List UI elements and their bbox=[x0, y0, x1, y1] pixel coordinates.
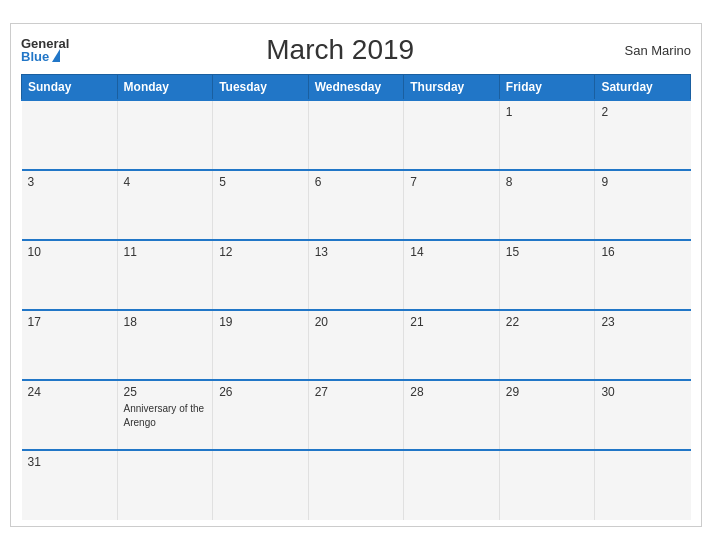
day-cell-2: 2 bbox=[595, 100, 691, 170]
weekday-header-friday: Friday bbox=[499, 75, 595, 101]
empty-cell bbox=[499, 450, 595, 520]
day-number: 21 bbox=[410, 315, 493, 329]
week-row-4: 17181920212223 bbox=[22, 310, 691, 380]
week-row-5: 2425Anniversary of the Arengo2627282930 bbox=[22, 380, 691, 450]
day-number: 30 bbox=[601, 385, 684, 399]
day-number: 2 bbox=[601, 105, 684, 119]
day-number: 15 bbox=[506, 245, 589, 259]
day-number: 9 bbox=[601, 175, 684, 189]
day-cell-7: 7 bbox=[404, 170, 500, 240]
day-number: 6 bbox=[315, 175, 398, 189]
day-cell-19: 19 bbox=[213, 310, 309, 380]
day-number: 28 bbox=[410, 385, 493, 399]
day-cell-10: 10 bbox=[22, 240, 118, 310]
empty-cell bbox=[213, 450, 309, 520]
day-cell-4: 4 bbox=[117, 170, 213, 240]
logo-triangle-icon bbox=[52, 49, 60, 62]
day-cell-29: 29 bbox=[499, 380, 595, 450]
day-cell-6: 6 bbox=[308, 170, 404, 240]
empty-cell bbox=[404, 450, 500, 520]
empty-cell bbox=[308, 100, 404, 170]
day-cell-14: 14 bbox=[404, 240, 500, 310]
day-cell-21: 21 bbox=[404, 310, 500, 380]
week-row-3: 10111213141516 bbox=[22, 240, 691, 310]
empty-cell bbox=[117, 100, 213, 170]
day-cell-3: 3 bbox=[22, 170, 118, 240]
day-number: 7 bbox=[410, 175, 493, 189]
calendar-table: SundayMondayTuesdayWednesdayThursdayFrid… bbox=[21, 74, 691, 520]
weekday-header-saturday: Saturday bbox=[595, 75, 691, 101]
week-row-2: 3456789 bbox=[22, 170, 691, 240]
day-number: 12 bbox=[219, 245, 302, 259]
day-cell-15: 15 bbox=[499, 240, 595, 310]
day-cell-26: 26 bbox=[213, 380, 309, 450]
day-number: 10 bbox=[28, 245, 111, 259]
day-number: 24 bbox=[28, 385, 111, 399]
empty-cell bbox=[308, 450, 404, 520]
day-cell-12: 12 bbox=[213, 240, 309, 310]
weekday-header-thursday: Thursday bbox=[404, 75, 500, 101]
day-number: 1 bbox=[506, 105, 589, 119]
calendar-title: March 2019 bbox=[69, 34, 611, 66]
day-number: 4 bbox=[124, 175, 207, 189]
day-cell-11: 11 bbox=[117, 240, 213, 310]
calendar-container: General Blue March 2019 San Marino Sunda… bbox=[10, 23, 702, 527]
day-number: 8 bbox=[506, 175, 589, 189]
day-cell-31: 31 bbox=[22, 450, 118, 520]
day-number: 14 bbox=[410, 245, 493, 259]
event-text: Anniversary of the Arengo bbox=[124, 403, 205, 428]
day-number: 19 bbox=[219, 315, 302, 329]
empty-cell bbox=[404, 100, 500, 170]
day-cell-30: 30 bbox=[595, 380, 691, 450]
day-number: 18 bbox=[124, 315, 207, 329]
weekday-header-tuesday: Tuesday bbox=[213, 75, 309, 101]
day-cell-24: 24 bbox=[22, 380, 118, 450]
logo: General Blue bbox=[21, 37, 69, 63]
day-cell-22: 22 bbox=[499, 310, 595, 380]
empty-cell bbox=[22, 100, 118, 170]
logo-blue-text: Blue bbox=[21, 50, 60, 63]
day-number: 31 bbox=[28, 455, 111, 469]
day-number: 20 bbox=[315, 315, 398, 329]
day-number: 26 bbox=[219, 385, 302, 399]
weekday-header-sunday: Sunday bbox=[22, 75, 118, 101]
day-number: 17 bbox=[28, 315, 111, 329]
calendar-header: General Blue March 2019 San Marino bbox=[21, 34, 691, 66]
day-cell-18: 18 bbox=[117, 310, 213, 380]
empty-cell bbox=[117, 450, 213, 520]
day-cell-17: 17 bbox=[22, 310, 118, 380]
day-number: 29 bbox=[506, 385, 589, 399]
week-row-1: 12 bbox=[22, 100, 691, 170]
day-number: 25 bbox=[124, 385, 207, 399]
day-cell-28: 28 bbox=[404, 380, 500, 450]
day-cell-16: 16 bbox=[595, 240, 691, 310]
day-cell-13: 13 bbox=[308, 240, 404, 310]
week-row-6: 31 bbox=[22, 450, 691, 520]
day-number: 27 bbox=[315, 385, 398, 399]
day-cell-20: 20 bbox=[308, 310, 404, 380]
day-cell-1: 1 bbox=[499, 100, 595, 170]
empty-cell bbox=[213, 100, 309, 170]
weekday-header-wednesday: Wednesday bbox=[308, 75, 404, 101]
day-number: 16 bbox=[601, 245, 684, 259]
day-number: 5 bbox=[219, 175, 302, 189]
day-cell-27: 27 bbox=[308, 380, 404, 450]
weekday-header-row: SundayMondayTuesdayWednesdayThursdayFrid… bbox=[22, 75, 691, 101]
day-cell-8: 8 bbox=[499, 170, 595, 240]
day-cell-9: 9 bbox=[595, 170, 691, 240]
empty-cell bbox=[595, 450, 691, 520]
day-cell-25: 25Anniversary of the Arengo bbox=[117, 380, 213, 450]
day-number: 13 bbox=[315, 245, 398, 259]
day-number: 22 bbox=[506, 315, 589, 329]
day-number: 3 bbox=[28, 175, 111, 189]
day-number: 23 bbox=[601, 315, 684, 329]
calendar-country: San Marino bbox=[611, 43, 691, 58]
day-cell-5: 5 bbox=[213, 170, 309, 240]
day-cell-23: 23 bbox=[595, 310, 691, 380]
day-number: 11 bbox=[124, 245, 207, 259]
weekday-header-monday: Monday bbox=[117, 75, 213, 101]
